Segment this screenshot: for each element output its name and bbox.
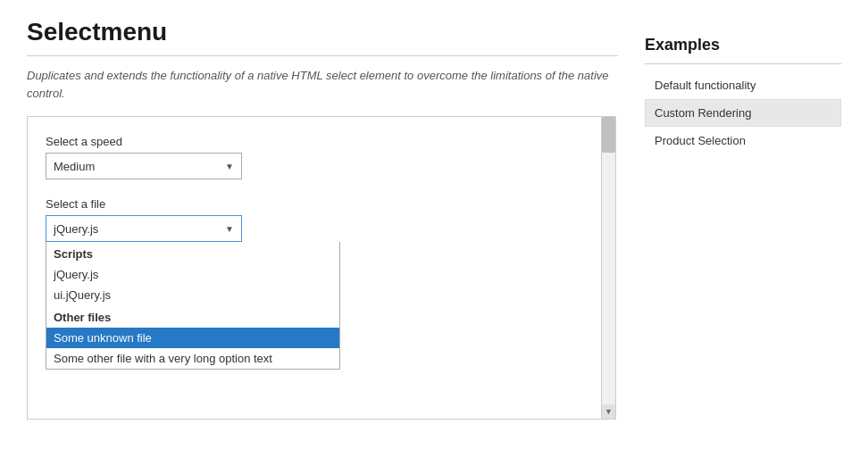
scrollbar-track: ▲ ▼	[601, 117, 615, 419]
scrollbar-thumb[interactable]	[602, 117, 615, 153]
sidebar-item-product-selection[interactable]: Product Selection	[645, 127, 841, 154]
speed-select[interactable]: Medium ▼	[46, 153, 242, 179]
speed-field-group: Select a speed Medium ▼	[46, 135, 597, 179]
file-select-arrow-icon: ▼	[225, 224, 234, 234]
scroll-down-icon: ▼	[605, 407, 613, 416]
option-jquery-js[interactable]: jQuery.js	[46, 264, 339, 285]
file-field-group: Select a file jQuery.js ▼ Scripts jQuery…	[46, 197, 597, 242]
scroll-down-button[interactable]: ▼	[602, 404, 615, 419]
page-description: Duplicates and extends the functionality…	[27, 67, 618, 102]
speed-label: Select a speed	[46, 135, 597, 148]
sidebar-title: Examples	[645, 36, 841, 54]
speed-select-value: Medium	[54, 160, 225, 173]
option-ui-jquery-js[interactable]: ui.jQuery.js	[46, 285, 339, 305]
sidebar: Examples Default functionality Custom Re…	[645, 18, 841, 420]
file-select-value: jQuery.js	[54, 222, 225, 236]
sidebar-divider	[645, 63, 841, 64]
main-content: Selectmenu Duplicates and extends the fu…	[27, 18, 618, 420]
title-divider	[27, 55, 618, 56]
demo-box: Select a speed Medium ▼ Select a file jQ…	[27, 116, 616, 420]
page-title: Selectmenu	[27, 18, 618, 46]
sidebar-item-custom-rendering[interactable]: Custom Rendering	[645, 99, 841, 127]
file-dropdown-menu: Scripts jQuery.js ui.jQuery.js Other fil…	[46, 242, 340, 370]
speed-select-arrow-icon: ▼	[225, 162, 234, 171]
option-some-other-file[interactable]: Some other file with a very long option …	[46, 348, 339, 369]
other-files-group-label: Other files	[46, 305, 339, 328]
sidebar-item-default-functionality[interactable]: Default functionality	[645, 71, 841, 99]
file-dropdown-container: jQuery.js ▼ Scripts jQuery.js ui.jQuery.…	[46, 215, 340, 242]
file-select[interactable]: jQuery.js ▼	[46, 215, 242, 242]
option-some-unknown-file[interactable]: Some unknown file	[46, 328, 339, 348]
scripts-group-label: Scripts	[46, 242, 339, 264]
file-label: Select a file	[46, 197, 597, 211]
